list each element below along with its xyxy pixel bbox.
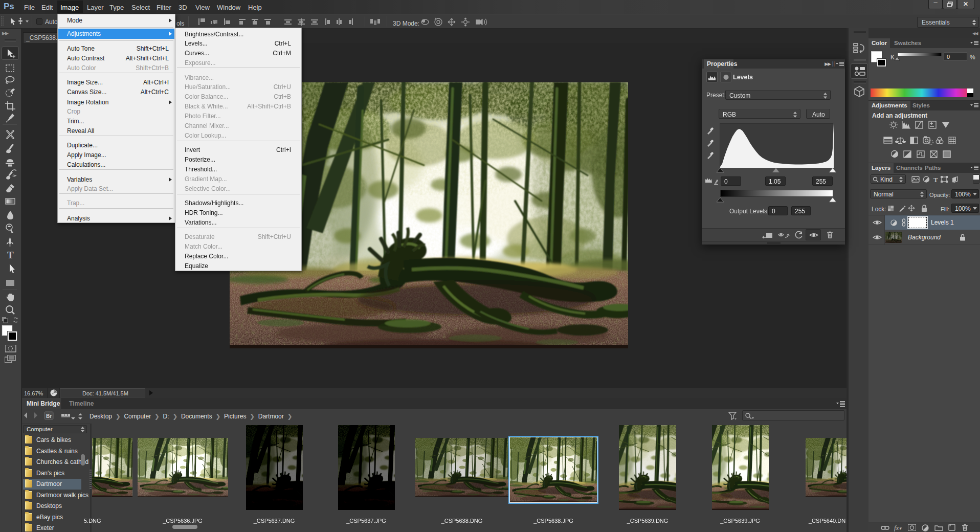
svg-text:Br: Br [46,413,52,419]
svg-text:T: T [7,250,14,260]
svg-text:T: T [933,176,938,183]
svg-text:!: ! [716,181,718,185]
